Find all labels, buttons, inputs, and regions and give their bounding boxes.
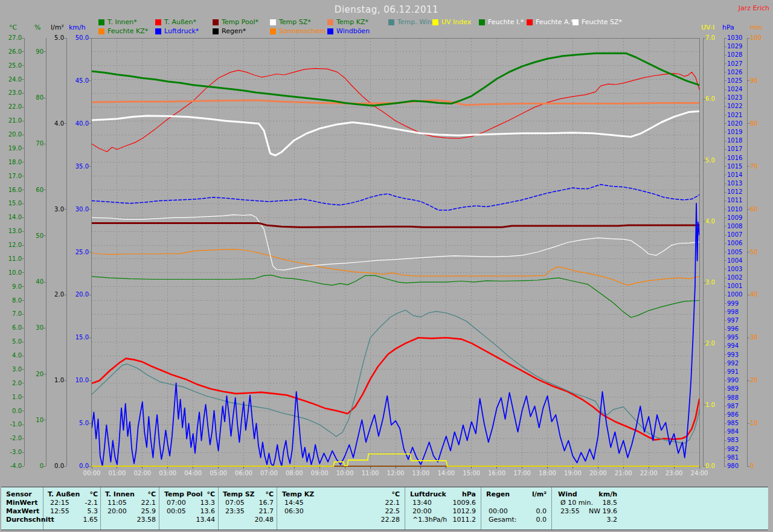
axis-tick-label-celsius: 1.0	[0, 394, 22, 400]
axis-tick-label-kmh: 50.0	[61, 34, 89, 41]
x-tick-label: 15:00	[458, 470, 485, 476]
axis-tick-label-hpa: 1018	[727, 137, 755, 144]
x-tick-label: 24:00	[686, 470, 713, 476]
x-tick-label: 09:00	[306, 470, 333, 476]
table-col-name: Temp KZ	[282, 490, 314, 498]
axis-tick-label-percent: 80	[16, 94, 43, 101]
axis-tick-label-percent: 40	[16, 278, 43, 285]
table-col-unit: °C	[114, 490, 156, 498]
table-cell-value: 0.0	[492, 507, 547, 515]
axis-tick-label-hpa: 1022	[727, 103, 755, 109]
x-tick-label: 04:00	[180, 470, 207, 476]
x-tick-label: 21:00	[610, 470, 637, 476]
axis-tick-label-hpa: 983	[727, 437, 755, 443]
x-tick-label: 11:00	[357, 470, 383, 476]
axis-tick-label-hpa: 996	[727, 325, 755, 332]
axis-tick-label-celsius: 22.0	[0, 103, 22, 110]
axis-tick-label-kmh: 35.0	[61, 163, 89, 170]
axis-tick-label-minutes: 100	[750, 34, 773, 41]
axis-tick-label-hpa: 1012	[727, 188, 755, 195]
table-column-divider	[159, 487, 159, 530]
axis-tick-label-lm2: 1.0	[36, 377, 64, 383]
x-tick-label: 01:00	[104, 470, 130, 476]
table-cell-value: 1.65	[43, 516, 98, 524]
axis-tick-label-percent: 20	[16, 371, 43, 377]
table-cell-value: 13.3	[161, 499, 215, 507]
axis-tick-label-celsius: 11.0	[0, 255, 22, 262]
axis-tick-label-hpa: 1024	[727, 86, 755, 92]
axis-tick-label-hpa: 1006	[727, 240, 755, 246]
axis-tick-label-kmh: 40.0	[61, 120, 89, 127]
axis-tick-label-minutes: 10	[750, 420, 773, 426]
table-cell-value: 22.28	[345, 516, 400, 524]
table-cell-value: 22.1	[345, 499, 400, 507]
axis-tick-label-celsius: 0.0	[0, 408, 22, 414]
table-row-label: MaxWert	[6, 507, 39, 515]
table-cell-value: 25.9	[101, 507, 156, 515]
table-column-divider	[551, 487, 552, 530]
axis-tick-label-lm2: 3.0	[36, 206, 64, 213]
axis-tick-label-kmh: 30.0	[61, 206, 89, 213]
table-cell-value: 20.48	[219, 516, 274, 524]
axis-tick-label-lm2: 2.0	[36, 291, 64, 298]
axis-tick-label-hpa: 984	[727, 428, 755, 435]
axis-tick-label-minutes: 60	[750, 206, 773, 213]
table-column-divider	[100, 487, 101, 530]
summary-table: SensorMinWertMaxWertDurchschnittT. Außen…	[1, 487, 768, 530]
axis-tick-label-hpa: 988	[727, 394, 755, 401]
table-col-unit: °C	[56, 490, 98, 498]
x-tick-label: 02:00	[129, 470, 156, 476]
axis-tick-label-hpa: 1009	[727, 214, 755, 221]
table-column-divider	[277, 487, 277, 530]
axis-tick-label-hpa: 1029	[727, 43, 755, 50]
table-cell-value: NW 19.6	[563, 507, 617, 515]
axis-tick-label-celsius: -2.0	[0, 435, 22, 441]
table-col-name: Wind	[558, 490, 577, 498]
axis-tick-label-hpa: 1003	[727, 266, 755, 272]
axis-tick-label-hpa: 1027	[727, 60, 755, 67]
table-cell-value: 3.2	[563, 516, 617, 524]
table-column-divider	[405, 487, 405, 530]
x-tick-label: 12:00	[382, 470, 409, 476]
axis-tick-label-hpa: 1019	[727, 129, 755, 135]
table-cell-value: 0.0	[492, 516, 547, 524]
x-tick-label: 23:00	[661, 470, 687, 476]
x-tick-label: 14:00	[433, 470, 460, 476]
weather-day-graph: Dienstag, 06.12.2011 Jarz Erich T. Innen…	[0, 0, 773, 532]
table-cell-value: 16.7	[219, 499, 274, 507]
table-cell-time: 14:45	[284, 499, 304, 507]
table-cell-time: 06:30	[284, 507, 304, 515]
axis-tick-label-lm2: 4.0	[36, 120, 64, 127]
axis-tick-label-hpa: 1023	[727, 94, 755, 101]
axis-tick-label-hpa: 989	[727, 385, 755, 392]
axis-tick-label-celsius: 5.0	[0, 338, 22, 345]
axis-tick-label-celsius: 17.0	[0, 173, 22, 179]
axis-tick-label-hpa: 982	[727, 446, 755, 452]
x-tick-label: 10:00	[332, 470, 358, 476]
axis-tick-label-minutes: 50	[750, 249, 773, 255]
axis-tick-label-hpa: 999	[727, 300, 755, 307]
axis-tick-label-lm2: 0.0	[36, 463, 64, 469]
axis-tick-label-celsius: -3.0	[0, 449, 22, 455]
axis-tick-label-kmh: 20.0	[61, 291, 89, 298]
axis-tick-label-hpa: 993	[727, 351, 755, 358]
x-tick-label: 08:00	[281, 470, 307, 476]
axis-tick-label-celsius: 14.0	[0, 214, 22, 220]
table-col-unit: °C	[358, 490, 400, 498]
table-cell-value: 22.1	[101, 499, 156, 507]
axis-tick-label-minutes: 40	[750, 291, 773, 298]
table-cell-value: -2.1	[43, 499, 98, 507]
axis-tick-label-hpa: 1004	[727, 257, 755, 264]
axis-tick-label-hpa: 994	[727, 342, 755, 349]
axis-tick-label-kmh: 5.0	[61, 420, 89, 426]
table-row-label: Sensor	[6, 490, 32, 498]
axis-tick-label-celsius: 27.0	[0, 34, 22, 41]
axis-tick-label-hpa: 997	[727, 317, 755, 324]
axis-tick-label-minutes: 0	[750, 463, 773, 469]
table-cell-value: 22.5	[345, 507, 400, 515]
axis-tick-label-percent: 70	[16, 140, 43, 147]
axis-tick-label-hpa: 992	[727, 360, 755, 367]
x-tick-label: 20:00	[585, 470, 611, 476]
series-temp_pool	[92, 223, 699, 228]
axis-tick-label-hpa: 1026	[727, 69, 755, 75]
